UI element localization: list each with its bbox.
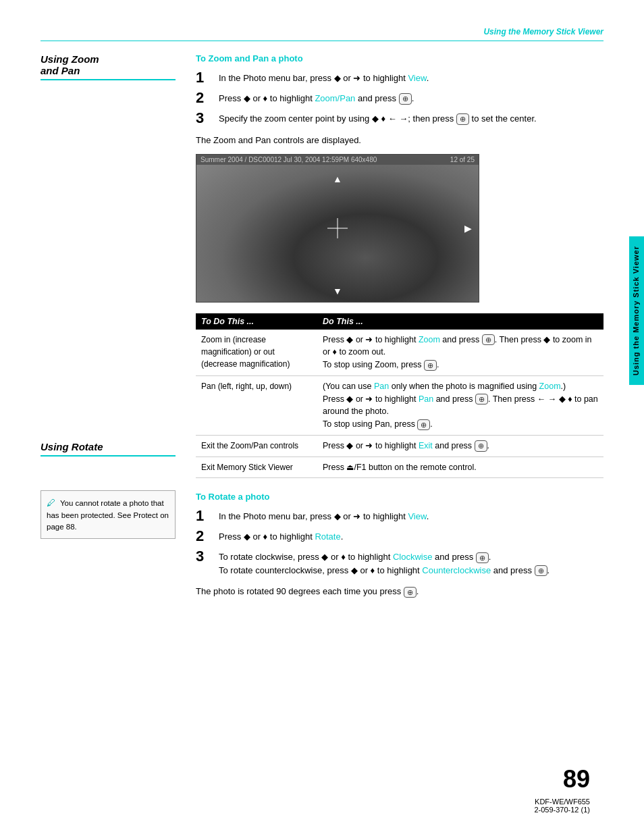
- arrow-up-icon: ▲: [333, 174, 342, 184]
- enter-btn-rc: ⊕: [404, 587, 417, 598]
- zoom-caption: The Zoom and Pan controls are displayed.: [196, 134, 603, 147]
- main-content: Using Zoomand Pan Using Rotate 🖊 You can…: [41, 53, 603, 605]
- rotate-caption: The photo is rotated 90 degrees each tim…: [196, 585, 603, 598]
- right-content: To Zoom and Pan a photo 1 In the Photo m…: [189, 53, 603, 605]
- left-sidebar: Using Zoomand Pan Using Rotate 🖊 You can…: [41, 53, 189, 605]
- photo-header-right: 12 of 25: [450, 156, 475, 163]
- zoom-step-1: 1 In the Photo menu bar, press ◆ or ➜ to…: [196, 70, 603, 85]
- header-title: Using the Memory Stick Viewer: [483, 27, 603, 36]
- arrow-down-icon: ▼: [333, 286, 342, 296]
- zoom-pan-table: To Do This ... Do This ... Zoom in (incr…: [196, 313, 603, 479]
- enter-btn-2: ⊕: [456, 113, 469, 124]
- model-line1: KDF-WE/WF655: [535, 798, 590, 806]
- view-link-1: View: [408, 73, 426, 83]
- table-row: Pan (left, right, up, down) (You can use…: [196, 375, 603, 435]
- table-cell-3-1: Exit the Zoom/Pan controls: [196, 435, 317, 457]
- enter-btn-t1: ⊕: [482, 334, 495, 345]
- rotate-section-title: Using Rotate: [41, 441, 176, 457]
- zoom-pan-steps: 1 In the Photo menu bar, press ◆ or ➜ to…: [196, 70, 603, 126]
- step-number-2: 2: [196, 90, 215, 105]
- crosshair-vertical: [338, 218, 338, 238]
- table-cell-4-1: Exit Memory Stick Viewer: [196, 457, 317, 478]
- table-row: Exit the Zoom/Pan controls Press ◆ or ➜ …: [196, 435, 603, 457]
- note-text: You cannot rotate a photo that has been …: [47, 499, 169, 531]
- rotate-step-2: 2 Press ◆ or ♦ to highlight Rotate.: [196, 529, 603, 544]
- table-col1-header: To Do This ...: [196, 313, 317, 330]
- table-row: Zoom in (increase magnification) or out …: [196, 330, 603, 376]
- rotate-link: Rotate: [315, 531, 340, 542]
- table-cell-2-1: Pan (left, right, up, down): [196, 375, 317, 435]
- enter-btn-t5: ⊕: [475, 440, 487, 451]
- pan-link-2: Pan: [419, 394, 433, 404]
- rotate-step-text-3: To rotate clockwise, press ◆ or ♦ to hig…: [219, 549, 549, 577]
- enter-btn-t4: ⊕: [417, 419, 430, 430]
- note-box: 🖊 You cannot rotate a photo that has bee…: [41, 490, 176, 539]
- rotate-steps: 1 In the Photo menu bar, press ◆ or ➜ to…: [196, 509, 603, 577]
- note-icon: 🖊: [47, 498, 55, 508]
- pan-link-1: Pan: [374, 382, 389, 391]
- table-cell-3-2: Press ◆ or ➜ to highlight Exit and press…: [317, 435, 603, 457]
- table-cell-1-2: Press ◆ or ➜ to highlight Zoom and press…: [317, 330, 603, 376]
- step-text-3: Specify the zoom center point by using ◆…: [219, 111, 537, 126]
- zoom-pan-section-title: Using Zoomand Pan: [41, 53, 176, 80]
- rotate-step-1: 1 In the Photo menu bar, press ◆ or ➜ to…: [196, 509, 603, 523]
- exit-link: Exit: [419, 441, 433, 450]
- home-icon: ⏏: [346, 463, 354, 472]
- clockwise-link: Clockwise: [393, 552, 433, 562]
- zoom-pan-heading: To Zoom and Pan a photo: [196, 53, 603, 63]
- rotate-heading: To Rotate a photo: [196, 492, 603, 502]
- step-number-1: 1: [196, 70, 215, 85]
- rotate-step-text-2: Press ◆ or ♦ to highlight Rotate.: [219, 529, 343, 544]
- table-row: Exit Memory Stick Viewer Press ⏏/F1 butt…: [196, 457, 603, 478]
- zoompan-link: Zoom/Pan: [315, 93, 355, 103]
- step-number-3: 3: [196, 111, 215, 126]
- model-info: KDF-WE/WF655 2-059-370-12 (1): [534, 798, 590, 814]
- rotate-step-number-2: 2: [196, 529, 215, 544]
- photo-header-left: Summer 2004 / DSC00012 Jul 30, 2004 12:5…: [200, 156, 377, 163]
- page-number: 89: [563, 765, 590, 793]
- table-cell-1-1: Zoom in (increase magnification) or out …: [196, 330, 317, 376]
- photo-viewer: Summer 2004 / DSC00012 Jul 30, 2004 12:5…: [196, 154, 479, 303]
- step-text-2: Press ◆ or ♦ to highlight Zoom/Pan and p…: [219, 90, 414, 105]
- rotate-step-number-3: 3: [196, 549, 215, 564]
- table-cell-2-2: (You can use Pan only when the photo is …: [317, 375, 603, 435]
- step-text-1: In the Photo menu bar, press ◆ or ➜ to h…: [219, 70, 429, 85]
- right-sidebar-tab: Using the Memory Stick Viewer: [629, 236, 644, 385]
- page-container: Using the Memory Stick Viewer Using Zoom…: [0, 0, 644, 834]
- zoom-step-2: 2 Press ◆ or ♦ to highlight Zoom/Pan and…: [196, 90, 603, 105]
- view-link-r1: View: [408, 511, 426, 521]
- rotate-step-text-1: In the Photo menu bar, press ◆ or ➜ to h…: [219, 509, 429, 523]
- enter-btn-t2: ⊕: [424, 360, 437, 371]
- counterclockwise-link: Counterclockwise: [422, 565, 491, 575]
- enter-btn-r1: ⊕: [476, 552, 489, 563]
- photo-viewer-header: Summer 2004 / DSC00012 Jul 30, 2004 12:5…: [196, 155, 479, 165]
- zoom-link-1: Zoom: [419, 335, 440, 344]
- table-col2-header: Do This ...: [317, 313, 603, 330]
- enter-btn-t3: ⊕: [475, 394, 488, 405]
- arrow-right-icon: ▶: [464, 223, 472, 234]
- table-cell-4-2: Press ⏏/F1 button on the remote control.: [317, 457, 603, 478]
- rotate-step-number-1: 1: [196, 509, 215, 523]
- zoom-link-2: Zoom: [539, 382, 561, 391]
- zoom-step-3: 3 Specify the zoom center point by using…: [196, 111, 603, 126]
- model-line2: 2-059-370-12 (1): [534, 806, 590, 814]
- top-header: Using the Memory Stick Viewer: [41, 27, 603, 41]
- rotate-step-3: 3 To rotate clockwise, press ◆ or ♦ to h…: [196, 549, 603, 577]
- enter-btn-1: ⊕: [399, 93, 412, 104]
- enter-btn-r2: ⊕: [535, 565, 547, 576]
